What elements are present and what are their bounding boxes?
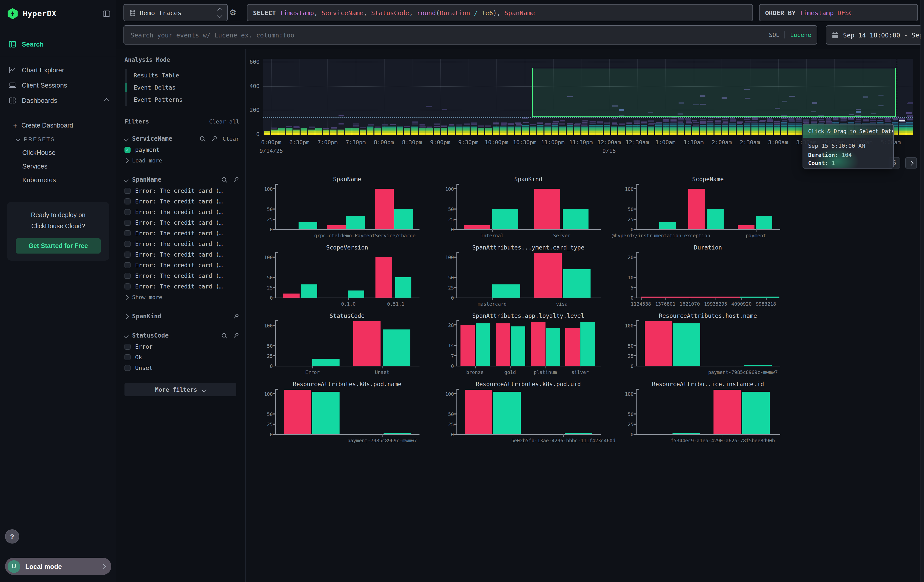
analysis-mode-results-table[interactable]: Results Table [127, 69, 239, 81]
checkbox[interactable]: ✓ [124, 147, 130, 153]
filter-option[interactable]: Error: The credit card (… [124, 238, 239, 249]
bar[interactable] [376, 257, 392, 298]
bar[interactable] [641, 297, 740, 298]
bar[interactable] [673, 433, 700, 434]
bar[interactable] [673, 323, 701, 366]
show-more-button[interactable]: Show more [124, 292, 239, 303]
checkbox[interactable] [124, 364, 130, 371]
bar-chart-plot[interactable]: 0510201124538137680116210701993529540909… [636, 252, 780, 298]
mode-sql-toggle[interactable]: SQL [769, 31, 780, 38]
checkbox[interactable] [124, 198, 130, 204]
bar[interactable] [384, 433, 411, 434]
drag-selection-box[interactable] [532, 68, 896, 117]
bar[interactable] [660, 222, 676, 229]
checkbox[interactable] [124, 219, 130, 226]
bar[interactable] [644, 321, 672, 366]
bar[interactable] [744, 364, 772, 366]
chevron-down-icon[interactable] [124, 333, 129, 338]
bar[interactable] [346, 216, 365, 229]
bar-chart-plot[interactable]: 02550100payment-7985c8969c-mwmw7 [636, 320, 780, 366]
bar[interactable] [496, 323, 510, 366]
bar[interactable] [312, 359, 340, 366]
bar-chart-plot[interactable]: 02550100f5344ec9-a1ea-4290-a62a-78f5bee8… [636, 389, 780, 435]
presets-toggle[interactable]: PRESETS [0, 132, 116, 146]
get-started-button[interactable]: Get Started for Free [16, 238, 101, 254]
bar[interactable] [283, 293, 299, 298]
bar[interactable] [707, 209, 723, 229]
checkbox[interactable] [124, 343, 130, 350]
search-icon[interactable] [221, 176, 228, 183]
bar[interactable] [534, 253, 562, 298]
bar[interactable] [301, 285, 317, 298]
bar[interactable] [299, 222, 318, 229]
pin-icon[interactable] [233, 313, 239, 320]
bar[interactable] [394, 209, 413, 229]
source-select[interactable]: Demo Traces [124, 4, 228, 21]
checkbox[interactable] [124, 283, 130, 289]
bar-chart-plot[interactable]: 02550100grpc.oteldemo.PaymentService/Cha… [275, 184, 419, 230]
help-button[interactable]: ? [5, 529, 19, 544]
filter-option[interactable]: Error: The credit card (… [124, 249, 239, 260]
bar[interactable] [740, 297, 779, 298]
preset-services[interactable]: Services [0, 160, 116, 173]
filter-option[interactable]: Unset [124, 362, 239, 373]
bar-chart-plot[interactable]: 025501005e02b5fb-13ae-4296-bbbc-111f423c… [456, 389, 601, 435]
bar[interactable] [713, 389, 741, 434]
bar[interactable] [563, 209, 588, 229]
bar-chart-plot[interactable]: 02550100InternalServer [456, 184, 601, 230]
bar[interactable] [464, 225, 490, 229]
bar-chart-plot[interactable]: 02550100mastercardvisa [456, 252, 601, 298]
create-dashboard-button[interactable]: + Create Dashboard [0, 119, 116, 132]
order-by-input[interactable]: ORDER BY Timestamp DESC [759, 4, 918, 21]
bar[interactable] [742, 391, 769, 434]
search-icon[interactable] [221, 332, 228, 339]
chevron-right-icon[interactable] [124, 314, 129, 319]
filter-option[interactable]: ✓payment [124, 144, 239, 155]
bar[interactable] [312, 391, 340, 434]
chevron-down-icon[interactable] [124, 136, 129, 141]
bar-chart-plot[interactable]: 02550100payment-7985c8969c-mwmw7 [275, 389, 419, 435]
bar[interactable] [565, 433, 592, 434]
load-more-button[interactable]: Load more [124, 155, 239, 166]
sidebar-item-chart-explorer[interactable]: Chart Explorer [0, 62, 116, 77]
filter-option[interactable]: Error: The credit card (… [124, 281, 239, 292]
sidebar-item-dashboards[interactable]: Dashboards [0, 92, 116, 108]
bar[interactable] [492, 209, 518, 229]
filter-option[interactable]: Error [124, 341, 239, 352]
filter-option[interactable]: Error: The credit card (… [124, 270, 239, 281]
bar[interactable] [566, 328, 580, 366]
filter-group-name[interactable]: SpanKind [132, 313, 162, 320]
bar[interactable] [460, 325, 475, 366]
clear-group-button[interactable]: Clear [223, 135, 239, 142]
filter-group-name[interactable]: ServiceName [132, 135, 172, 142]
date-range-picker[interactable]: Sep 14 18:00:00 - Sep 15 05:30:00 [826, 25, 924, 45]
pin-icon[interactable] [233, 176, 239, 183]
gear-icon[interactable]: ⚙ [229, 8, 237, 17]
checkbox[interactable] [124, 272, 130, 279]
bar[interactable] [581, 322, 595, 366]
bar[interactable] [465, 389, 492, 434]
bar-chart-plot[interactable]: 02550100@hyperdx/instrumentation-excepti… [636, 184, 780, 230]
filter-option[interactable]: Error: The credit card (… [124, 260, 239, 270]
bar[interactable] [563, 269, 591, 298]
charts-next-button[interactable] [905, 157, 917, 168]
bar[interactable] [327, 225, 346, 229]
more-filters-button[interactable]: More filters [124, 383, 236, 396]
bar[interactable] [284, 389, 311, 434]
bar[interactable] [738, 225, 754, 229]
filter-option[interactable]: Error: The credit card (… [124, 228, 239, 238]
preset-clickhouse[interactable]: ClickHouse [0, 146, 116, 160]
filter-option[interactable]: Error: The credit card (… [124, 185, 239, 196]
analysis-mode-event-patterns[interactable]: Event Patterns [127, 94, 239, 106]
sidebar-item-search[interactable]: Search [0, 36, 116, 52]
filter-option[interactable]: Ok [124, 352, 239, 362]
filter-option[interactable]: Error: The credit card (… [124, 206, 239, 217]
bar-chart-plot[interactable]: 025501000.1.00.51.1 [275, 252, 419, 298]
checkbox[interactable] [124, 262, 130, 268]
filter-group-name[interactable]: SpanName [132, 176, 162, 183]
bar[interactable] [535, 188, 560, 229]
clear-all-filters-button[interactable]: Clear all [209, 118, 239, 125]
checkbox[interactable] [124, 241, 130, 247]
pin-icon[interactable] [233, 332, 239, 339]
filter-option[interactable]: Error: The credit card (… [124, 217, 239, 228]
